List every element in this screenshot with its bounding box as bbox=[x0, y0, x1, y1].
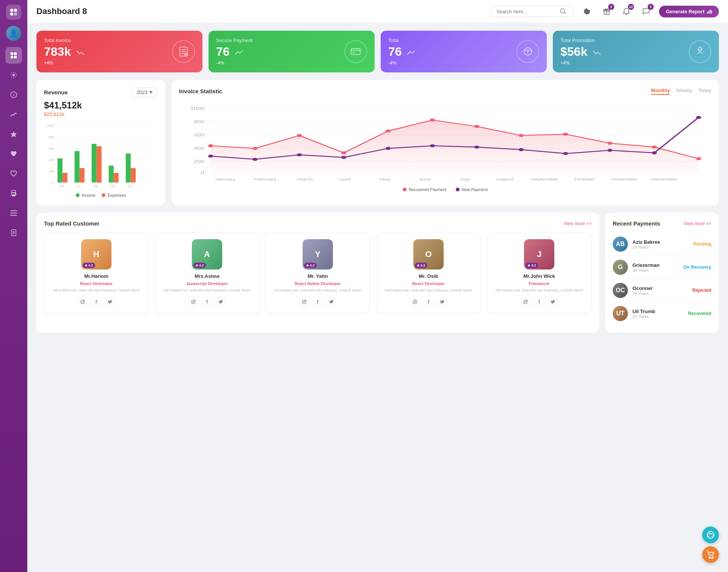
content: Total invoice 783k +4% bbox=[27, 23, 728, 340]
svg-point-100 bbox=[253, 147, 257, 150]
sidebar-logo[interactable] bbox=[6, 5, 21, 20]
tab-monthly[interactable]: Monthly bbox=[651, 88, 670, 95]
sidebar-item-analytics[interactable] bbox=[5, 106, 22, 123]
invoice-value: 783k bbox=[44, 45, 84, 59]
facebook-icon[interactable] bbox=[313, 297, 323, 307]
customer-role: Freelancer bbox=[529, 281, 550, 286]
svg-point-129 bbox=[193, 301, 195, 302]
payment-name: Aziz Bakree bbox=[632, 239, 689, 245]
gift-badge: 2 bbox=[608, 4, 614, 10]
sidebar-avatar[interactable]: 👤 bbox=[6, 26, 21, 41]
stat-cards: Total invoice 783k +4% bbox=[36, 31, 719, 72]
facebook-icon[interactable] bbox=[534, 297, 544, 307]
chat-icon-btn[interactable]: 5 bbox=[639, 5, 653, 18]
customer-social bbox=[78, 297, 115, 307]
svg-text:600: 600 bbox=[194, 133, 204, 137]
sidebar-item-print[interactable] bbox=[5, 185, 22, 202]
svg-text:February: February bbox=[254, 177, 277, 181]
svg-point-147 bbox=[712, 557, 713, 558]
svg-text:July: July bbox=[460, 177, 470, 181]
bottom-row: Top Rated Customer View more >> H 4.2 Mr… bbox=[36, 213, 719, 332]
svg-point-103 bbox=[386, 130, 391, 133]
twitter-icon[interactable] bbox=[326, 297, 336, 307]
payments-view-more[interactable]: View more >> bbox=[683, 221, 711, 226]
sidebar-item-heart2[interactable] bbox=[5, 165, 22, 182]
svg-rect-0 bbox=[10, 9, 13, 12]
sidebar-item-favorites[interactable] bbox=[5, 126, 22, 143]
invoice-icon bbox=[172, 40, 195, 63]
twitter-icon[interactable] bbox=[216, 297, 226, 307]
customer-role: React Developer bbox=[80, 281, 113, 286]
tab-weekly[interactable]: Weekly bbox=[676, 88, 692, 95]
svg-point-142 bbox=[527, 300, 527, 301]
sidebar-item-dashboard[interactable] bbox=[5, 47, 22, 64]
payments-card: Recent Payments View more >> AB Aziz Bak… bbox=[605, 213, 719, 332]
fab-container bbox=[702, 527, 719, 563]
svg-rect-6 bbox=[11, 56, 13, 58]
instagram-icon[interactable] bbox=[188, 297, 198, 307]
search-box[interactable] bbox=[491, 6, 574, 17]
twitter-icon[interactable] bbox=[437, 297, 447, 307]
svg-point-122 bbox=[696, 116, 701, 119]
customer-address: 795 Folsom Ave, Suite 600 San Francisco,… bbox=[52, 288, 140, 293]
instagram-icon[interactable] bbox=[78, 297, 88, 307]
sidebar-item-docs[interactable] bbox=[5, 224, 22, 241]
search-input[interactable] bbox=[496, 9, 557, 14]
dark-mode-toggle[interactable] bbox=[580, 5, 594, 18]
facebook-icon[interactable] bbox=[91, 297, 101, 307]
expenses-legend: Expenses bbox=[102, 193, 126, 197]
svg-rect-7 bbox=[14, 56, 17, 58]
customer-avatar: A 4.2 bbox=[192, 239, 222, 270]
svg-marker-123 bbox=[85, 264, 88, 267]
svg-rect-19 bbox=[10, 215, 17, 216]
svg-point-134 bbox=[305, 300, 306, 301]
svg-text:400: 400 bbox=[194, 146, 204, 150]
payment-name: Oconner bbox=[632, 285, 688, 291]
revenue-bar-chart: 100080060040020000607080910 bbox=[44, 122, 158, 190]
instagram-icon[interactable] bbox=[410, 297, 420, 307]
income-legend: Income bbox=[76, 193, 96, 197]
customer-card: J 4.2 Mr.John Wick Freelancer 795 Folsom… bbox=[487, 233, 592, 313]
sidebar-item-info[interactable] bbox=[5, 86, 22, 103]
sidebar-item-settings[interactable] bbox=[5, 67, 22, 83]
svg-rect-18 bbox=[10, 213, 17, 213]
svg-text:May: May bbox=[380, 177, 391, 181]
support-fab[interactable] bbox=[702, 527, 719, 543]
svg-point-120 bbox=[607, 149, 612, 152]
svg-rect-17 bbox=[10, 210, 17, 211]
customer-name: Mrs.Asima bbox=[195, 273, 220, 279]
facebook-icon[interactable] bbox=[202, 297, 212, 307]
customers-view-more[interactable]: View more >> bbox=[563, 221, 592, 226]
payment-avatar: UT bbox=[613, 306, 628, 321]
svg-point-118 bbox=[519, 148, 524, 151]
twitter-icon[interactable] bbox=[548, 297, 558, 307]
svg-rect-67 bbox=[97, 146, 102, 183]
customer-avatar: Y 4.2 bbox=[303, 239, 333, 270]
gift-icon-btn[interactable]: 2 bbox=[600, 5, 613, 18]
payment-age: 24 Years bbox=[632, 245, 689, 249]
cart-fab[interactable] bbox=[702, 546, 719, 563]
facebook-icon[interactable] bbox=[424, 297, 433, 307]
tab-today[interactable]: Today bbox=[698, 88, 711, 95]
year-select[interactable]: 2023 bbox=[132, 88, 158, 97]
payment-item: OC Oconner 24 Years Rejected bbox=[613, 279, 711, 302]
svg-text:800: 800 bbox=[49, 135, 54, 139]
customer-social bbox=[521, 297, 558, 307]
svg-text:400: 400 bbox=[49, 158, 54, 162]
bell-icon-btn[interactable]: 12 bbox=[620, 5, 633, 18]
instagram-icon[interactable] bbox=[521, 297, 530, 307]
svg-rect-60 bbox=[58, 158, 63, 183]
svg-rect-73 bbox=[131, 168, 136, 182]
svg-point-108 bbox=[607, 142, 612, 145]
payment-info: Uli Trumb 24 Years bbox=[632, 309, 684, 319]
svg-text:800: 800 bbox=[194, 120, 204, 124]
sidebar-item-heart[interactable] bbox=[5, 146, 22, 162]
instagram-icon[interactable] bbox=[299, 297, 309, 307]
twitter-icon[interactable] bbox=[105, 297, 115, 307]
payment-change: -4% bbox=[216, 60, 253, 66]
svg-point-121 bbox=[652, 151, 657, 154]
bell-badge: 12 bbox=[628, 4, 634, 10]
generate-report-button[interactable]: Generate Report bbox=[659, 6, 719, 17]
customer-rating: 4.2 bbox=[193, 263, 206, 268]
sidebar-item-menu[interactable] bbox=[5, 205, 22, 221]
